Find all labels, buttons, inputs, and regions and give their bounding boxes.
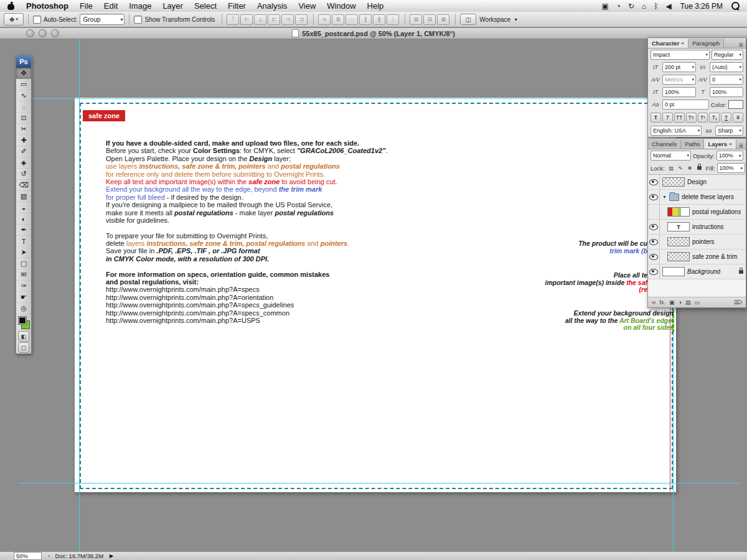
visibility-toggle[interactable] [648, 175, 660, 189]
auto-select-dropdown[interactable]: Group ▾ [80, 14, 125, 25]
type-tool[interactable]: T [16, 236, 31, 247]
align-options-button[interactable]: ⊟ [423, 14, 436, 25]
guide-horizontal-bottom[interactable] [19, 483, 741, 483]
status-options-arrow-icon[interactable]: ▶ [110, 553, 113, 559]
eyedropper-tool[interactable]: ✑ [16, 281, 31, 292]
align-bottom-edges-button[interactable]: ⊥ [254, 14, 266, 25]
menu-analysis[interactable]: Analysis [251, 0, 293, 12]
menu-image[interactable]: Image [123, 0, 157, 12]
layer-row[interactable]: Background [648, 264, 746, 279]
pen-tool[interactable]: ✒ [16, 225, 31, 236]
opacity-input[interactable]: 100%▸ [716, 151, 743, 161]
toggle-palettes-button[interactable]: ⊠ [437, 14, 449, 25]
bluetooth-icon[interactable]: ᛒ [650, 2, 662, 11]
menubar-clock[interactable]: Tue 3:26 PM [675, 2, 728, 11]
disclosure-triangle-icon[interactable]: ▼ [662, 195, 667, 199]
distribute-left-edges-button[interactable]: ∥ [359, 14, 372, 25]
layer-row[interactable]: Tinstructions [648, 220, 746, 235]
tab-paths[interactable]: Paths [681, 139, 704, 149]
layer-row[interactable]: ▼delete these layers [648, 190, 746, 205]
baseline-shift-input[interactable]: 0 pt [662, 100, 709, 110]
new-layer-icon[interactable]: ▭ [694, 299, 700, 306]
history-brush-tool[interactable]: ↺ [16, 169, 31, 180]
sync-icon[interactable]: ↻ [624, 2, 638, 11]
tab-channels[interactable]: Channels [648, 139, 681, 149]
vertical-scale-input[interactable]: 100% [662, 87, 696, 97]
hand-tool[interactable]: ☛ [16, 292, 31, 303]
lock-pixels-icon[interactable]: ✎ [676, 164, 685, 173]
spot-healing-brush-tool[interactable]: ✚ [16, 135, 31, 146]
gradient-tool[interactable]: ▧ [16, 191, 31, 202]
tab-character[interactable]: Character× [648, 39, 688, 48]
align-left-edges-button[interactable]: ⊏ [268, 14, 280, 25]
layer-mask-icon[interactable]: ▣ [669, 299, 675, 306]
all-caps-button[interactable]: TT [674, 113, 685, 123]
kerning-dropdown[interactable]: Metrics▾ [662, 75, 696, 85]
underline-button[interactable]: T [721, 113, 731, 123]
quick-selection-tool[interactable]: ◌ [16, 101, 31, 113]
auto-select-checkbox[interactable] [33, 16, 41, 24]
menu-photoshop[interactable]: Photoshop [21, 0, 74, 12]
tab-layers[interactable]: Layers× [704, 139, 736, 149]
distribute-bottom-edges-button[interactable]: ⋯ [345, 14, 358, 25]
close-icon[interactable]: × [729, 139, 732, 149]
chevron-down-icon[interactable]: ▼ [514, 17, 518, 22]
eraser-tool[interactable]: ⌫ [16, 180, 31, 191]
foreground-color-swatch[interactable] [18, 316, 27, 325]
visibility-toggle[interactable] [648, 250, 660, 264]
distribute-horizontal-centers-button[interactable]: ∦ [373, 14, 385, 25]
menu-select[interactable]: Select [189, 0, 222, 12]
align-vertical-centers-button[interactable]: ⊢ [240, 14, 253, 25]
strikethrough-button[interactable]: T [733, 113, 743, 123]
distribute-vertical-centers-button[interactable]: ≣ [332, 14, 344, 25]
visibility-toggle[interactable] [648, 235, 660, 249]
path-selection-tool[interactable]: ➤ [16, 247, 31, 258]
faux-bold-button[interactable]: T [651, 113, 661, 123]
panel-menu-icon[interactable]: ≣ [736, 42, 746, 48]
spotlight-icon[interactable] [731, 2, 740, 10]
language-dropdown[interactable]: English: USA▾ [651, 126, 702, 136]
slice-tool[interactable]: ✂ [16, 124, 31, 135]
lasso-tool[interactable]: ∿ [16, 90, 31, 101]
guide-horizontal-top[interactable] [19, 98, 741, 99]
screen-mode-button[interactable]: ▢ [18, 342, 29, 353]
zoom-level-input[interactable]: 50% [14, 552, 42, 560]
zoom-tool[interactable]: ◎ [16, 303, 31, 314]
show-transform-checkbox[interactable] [134, 16, 142, 24]
menu-window[interactable]: Window [321, 0, 361, 12]
menu-view[interactable]: View [293, 0, 321, 12]
quick-mask-button[interactable]: ◧ [18, 331, 29, 342]
distribute-top-edges-button[interactable]: ≡ [318, 14, 331, 25]
dodge-tool[interactable]: ◐ [16, 213, 31, 225]
superscript-button[interactable]: T¹ [698, 113, 708, 123]
notes-tool[interactable]: ✉ [16, 269, 31, 281]
tab-paragraph[interactable]: Paragraph [688, 39, 724, 48]
document-titlebar[interactable]: 55x85_postcard.psd @ 50% (Layer 1, CMYK/… [0, 28, 747, 39]
small-caps-button[interactable]: Tт [686, 113, 697, 123]
fill-input[interactable]: 100%▸ [717, 163, 745, 173]
move-tool[interactable]: ✥ [16, 68, 31, 79]
font-size-dropdown[interactable]: 200 pt▾ [662, 62, 696, 72]
shape-tool[interactable]: ▢ [16, 258, 31, 269]
displays-icon[interactable]: ⌂ [638, 2, 650, 11]
rectangular-marquee-tool[interactable]: ▭ [16, 79, 31, 90]
lock-transparency-icon[interactable]: ▨ [667, 164, 676, 173]
blur-tool[interactable]: ◒ [16, 202, 31, 213]
brush-tool[interactable]: ✐ [16, 146, 31, 157]
adjustment-layer-icon[interactable]: ◑ [678, 299, 681, 306]
menu-help[interactable]: Help [362, 0, 390, 12]
antialias-dropdown[interactable]: Sharp▾ [715, 126, 743, 136]
new-group-icon[interactable]: ▤ [685, 299, 691, 306]
tracking-dropdown[interactable]: 0▾ [710, 75, 743, 85]
menu-filter[interactable]: Filter [222, 0, 251, 12]
faux-italic-button[interactable]: T [662, 113, 673, 123]
keyboard-viewer-icon[interactable]: ▣ [598, 2, 612, 11]
volume-icon[interactable]: ◀ [662, 2, 675, 11]
font-family-dropdown[interactable]: Impact▾ [651, 50, 710, 60]
layer-row[interactable]: Design [648, 175, 746, 190]
auto-align-layers-button[interactable]: ⊞ [410, 14, 422, 25]
text-color-swatch[interactable] [728, 100, 743, 109]
distribute-right-edges-button[interactable]: ⋮ [387, 14, 399, 25]
horizontal-scale-input[interactable]: 100% [710, 87, 743, 97]
layer-row[interactable]: safe zone & trim [648, 250, 746, 264]
